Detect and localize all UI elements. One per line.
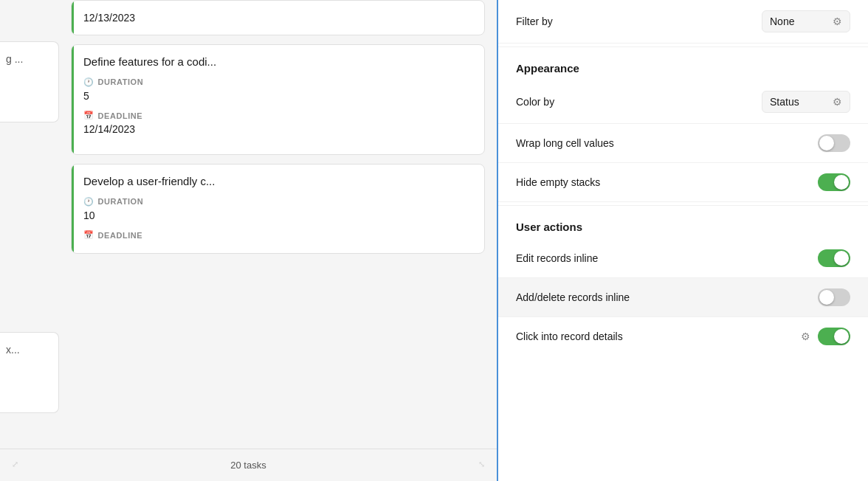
calendar-icon-2: 📅 xyxy=(83,230,94,240)
click-into-toggle[interactable] xyxy=(818,328,850,345)
filter-by-selector[interactable]: None ⚙ xyxy=(762,10,850,32)
wrap-toggle-knob xyxy=(819,136,834,150)
top-card-date: 12/13/2023 xyxy=(83,12,135,24)
wrap-row: Wrap long cell values xyxy=(498,124,868,163)
card-column: Define features for a codi... DURATION 5… xyxy=(0,44,497,254)
hide-empty-label: Hide empty stacks xyxy=(516,176,600,188)
card-1-deadline-value: 12/14/2023 xyxy=(83,123,472,135)
color-by-gear-icon[interactable]: ⚙ xyxy=(833,96,842,108)
click-into-row: Click into record details ⚙ xyxy=(498,317,868,356)
card-1-duration-value: 5 xyxy=(83,90,472,102)
bottom-icons: ⤢ 20 tasks ⤡ xyxy=(12,460,485,471)
filter-by-value: None xyxy=(770,15,827,27)
truncated-card-2: x... xyxy=(0,332,59,413)
divider-2 xyxy=(498,205,868,206)
color-by-selector[interactable]: Status ⚙ xyxy=(762,91,850,113)
click-into-toggle-knob xyxy=(834,329,849,344)
user-actions-title: User actions xyxy=(498,209,868,239)
appearance-title: Appearance xyxy=(498,50,868,80)
card-1-duration-label: DURATION xyxy=(83,77,472,87)
edit-records-label: Edit records inline xyxy=(516,252,598,264)
calendar-icon-1: 📅 xyxy=(83,111,94,120)
filter-by-row: Filter by None ⚙ xyxy=(498,0,868,44)
truncated-card-1: g ... xyxy=(0,41,59,122)
click-into-gear-icon[interactable]: ⚙ xyxy=(801,331,810,342)
truncated-card-1-text: g ... xyxy=(6,53,23,65)
card-2-duration-label: DURATION xyxy=(83,196,472,207)
edit-records-toggle-knob xyxy=(834,251,849,266)
truncated-column: g ... x... xyxy=(0,0,59,481)
color-by-row: Color by Status ⚙ xyxy=(498,80,868,124)
hide-empty-toggle-knob xyxy=(834,175,849,190)
bottom-bar: ⤢ 20 tasks ⤡ xyxy=(0,449,497,481)
wrap-label: Wrap long cell values xyxy=(516,137,614,149)
add-delete-toggle-knob xyxy=(819,290,834,305)
card-2-deadline-label: 📅 DEADLINE xyxy=(83,230,472,240)
kanban-panel: 12/13/2023 g ... x... Define features fo… xyxy=(0,0,498,481)
hide-empty-row: Hide empty stacks xyxy=(498,163,868,202)
add-delete-label: Add/delete records inline xyxy=(516,291,630,303)
click-into-label: Click into record details xyxy=(516,331,623,342)
card-1-title: Define features for a codi... xyxy=(83,55,472,68)
card-2-title: Develop a user-friendly c... xyxy=(83,175,472,187)
hide-empty-toggle[interactable] xyxy=(818,173,850,191)
filter-gear-icon[interactable]: ⚙ xyxy=(833,15,842,27)
click-into-right: ⚙ xyxy=(801,328,850,345)
task-count: 20 tasks xyxy=(230,460,266,471)
clock-icon-2 xyxy=(83,196,94,207)
card-1-deadline-label: 📅 DEADLINE xyxy=(83,111,472,120)
add-delete-toggle[interactable] xyxy=(818,288,850,306)
settings-panel: Filter by None ⚙ Appearance Color by Sta… xyxy=(498,0,868,481)
filter-by-label: Filter by xyxy=(516,15,553,27)
card-2-duration-value: 10 xyxy=(83,210,472,221)
edit-records-toggle[interactable] xyxy=(818,249,850,267)
add-delete-row: Add/delete records inline xyxy=(498,278,868,317)
wrap-toggle[interactable] xyxy=(818,134,850,152)
clock-icon-1 xyxy=(83,77,94,87)
divider-1 xyxy=(498,46,868,47)
card-1: Define features for a codi... DURATION 5… xyxy=(71,44,485,155)
expand-icon-right[interactable]: ⤡ xyxy=(478,460,485,471)
edit-records-row: Edit records inline xyxy=(498,239,868,278)
card-2: Develop a user-friendly c... DURATION 10… xyxy=(71,164,485,254)
color-by-label: Color by xyxy=(516,96,554,108)
expand-icon-left[interactable]: ⤢ xyxy=(12,460,18,471)
color-by-value: Status xyxy=(770,96,827,108)
truncated-card-2-text: x... xyxy=(6,344,20,356)
